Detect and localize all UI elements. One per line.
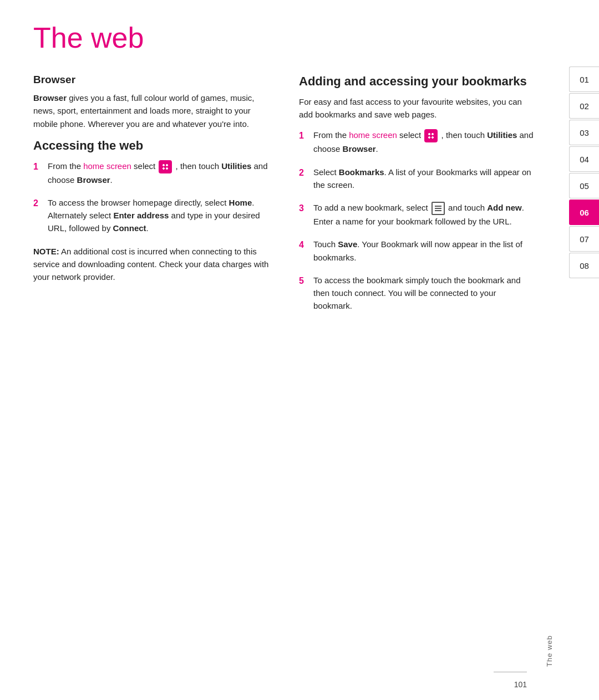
tab-03-label: 03 bbox=[580, 128, 589, 137]
utilities-bold-1: Utilities bbox=[221, 161, 251, 171]
sidebar-tabs: 01 02 03 04 05 06 07 08 bbox=[565, 0, 599, 700]
bookmark-step-3-text: To add a new bookmark, select and touch … bbox=[313, 201, 537, 228]
step-2-text: To access the browser homepage directly,… bbox=[48, 196, 271, 235]
tab-08[interactable]: 08 bbox=[569, 253, 599, 278]
tab-05[interactable]: 05 bbox=[569, 173, 599, 198]
browser-intro: Browser gives you a fast, full colour wo… bbox=[33, 91, 271, 130]
utilities-bold-2: Utilities bbox=[487, 130, 517, 140]
footer-rotated-label: The web bbox=[545, 635, 554, 667]
page-title: The web bbox=[33, 22, 537, 54]
home-bold: Home bbox=[229, 198, 252, 207]
browser-intro-bold: Browser bbox=[33, 93, 67, 103]
bookmark-step-4: 4 Touch Save. Your Bookmark will now app… bbox=[299, 238, 537, 264]
bookmark-step-number-4: 4 bbox=[299, 238, 308, 252]
bookmark-step-2-text: Select Bookmarks. A list of your Bookmar… bbox=[313, 166, 537, 192]
bookmark-step-5-text: To access the bookmark simply touch the … bbox=[313, 274, 537, 313]
tab-04[interactable]: 04 bbox=[569, 146, 599, 172]
grid-icon-2 bbox=[424, 129, 438, 142]
left-column: Browser Browser gives you a fast, full c… bbox=[33, 74, 271, 322]
note-block: NOTE: An additional cost is incurred whe… bbox=[33, 245, 271, 284]
bookmark-step-1-text: From the home screen select , then touch… bbox=[313, 129, 537, 155]
bookmark-step-number-5: 5 bbox=[299, 274, 308, 288]
tab-06[interactable]: 06 bbox=[569, 200, 599, 225]
tab-08-label: 08 bbox=[580, 261, 589, 270]
save-bold: Save bbox=[338, 239, 357, 249]
bookmark-step-1: 1 From the home screen select , then tou… bbox=[299, 129, 537, 155]
bookmarks-section-title: Adding and accessing your bookmarks bbox=[299, 74, 537, 90]
bookmark-step-2: 2 Select Bookmarks. A list of your Bookm… bbox=[299, 166, 537, 192]
tab-07[interactable]: 07 bbox=[569, 226, 599, 252]
step-number-2: 2 bbox=[33, 196, 42, 211]
step-number-1: 1 bbox=[33, 160, 42, 174]
accessing-steps: 1 From the home screen select , then tou… bbox=[33, 160, 271, 235]
browser-bold-2: Browser bbox=[343, 144, 376, 154]
two-column-layout: Browser Browser gives you a fast, full c… bbox=[33, 74, 537, 322]
connect-bold: Connect bbox=[113, 223, 146, 233]
tab-02[interactable]: 02 bbox=[569, 93, 599, 119]
footer-divider bbox=[494, 672, 527, 672]
tab-06-label: 06 bbox=[580, 208, 589, 217]
tab-04-label: 04 bbox=[580, 155, 589, 164]
menu-icon bbox=[432, 202, 445, 215]
step-1-left: 1 From the home screen select , then tou… bbox=[33, 160, 271, 186]
bookmark-step-number-2: 2 bbox=[299, 166, 308, 180]
bookmarks-intro: For easy and fast access to your favouri… bbox=[299, 95, 537, 121]
bookmark-step-number-1: 1 bbox=[299, 129, 308, 143]
note-label: NOTE: bbox=[33, 247, 59, 256]
add-new-bold: Add new bbox=[487, 203, 522, 212]
tab-03[interactable]: 03 bbox=[569, 120, 599, 145]
menu-line-2 bbox=[435, 208, 441, 209]
note-text: An additional cost is incurred when conn… bbox=[33, 247, 268, 282]
enter-address-bold: Enter address bbox=[113, 211, 169, 220]
browser-bold-1: Browser bbox=[77, 175, 110, 185]
home-screen-link-1: home screen bbox=[83, 161, 131, 171]
bookmarks-bold: Bookmarks bbox=[339, 167, 384, 177]
accessing-section: Accessing the web 1 From the home screen… bbox=[33, 138, 271, 235]
grid-icon-1 bbox=[159, 160, 172, 173]
step-2-left: 2 To access the browser homepage directl… bbox=[33, 196, 271, 235]
bookmarks-steps: 1 From the home screen select , then tou… bbox=[299, 129, 537, 312]
browser-intro-text: gives you a fast, full colour world of g… bbox=[33, 93, 255, 129]
menu-line-3 bbox=[435, 210, 441, 211]
tab-02-label: 02 bbox=[580, 101, 589, 111]
main-content: The web Browser Browser gives you a fast… bbox=[0, 0, 565, 700]
browser-section-title: Browser bbox=[33, 74, 271, 86]
bookmark-step-4-text: Touch Save. Your Bookmark will now appea… bbox=[313, 238, 537, 264]
right-column: Adding and accessing your bookmarks For … bbox=[299, 74, 537, 322]
browser-section: Browser Browser gives you a fast, full c… bbox=[33, 74, 271, 130]
bookmark-step-number-3: 3 bbox=[299, 201, 308, 216]
tab-07-label: 07 bbox=[580, 234, 589, 244]
step-1-text: From the home screen select , then touch… bbox=[48, 160, 271, 186]
bookmarks-section: Adding and accessing your bookmarks For … bbox=[299, 74, 537, 312]
tab-05-label: 05 bbox=[580, 181, 589, 191]
tab-01[interactable]: 01 bbox=[569, 67, 599, 92]
page-container: The web Browser Browser gives you a fast… bbox=[0, 0, 599, 700]
accessing-section-title: Accessing the web bbox=[33, 138, 271, 154]
menu-line-1 bbox=[435, 206, 441, 207]
bookmark-step-3: 3 To add a new bookmark, select bbox=[299, 201, 537, 228]
footer-page-number: 101 bbox=[514, 680, 527, 689]
tab-01-label: 01 bbox=[580, 75, 589, 84]
home-screen-link-2: home screen bbox=[349, 130, 397, 140]
menu-icon-lines bbox=[434, 205, 443, 212]
bookmark-step-5: 5 To access the bookmark simply touch th… bbox=[299, 274, 537, 313]
